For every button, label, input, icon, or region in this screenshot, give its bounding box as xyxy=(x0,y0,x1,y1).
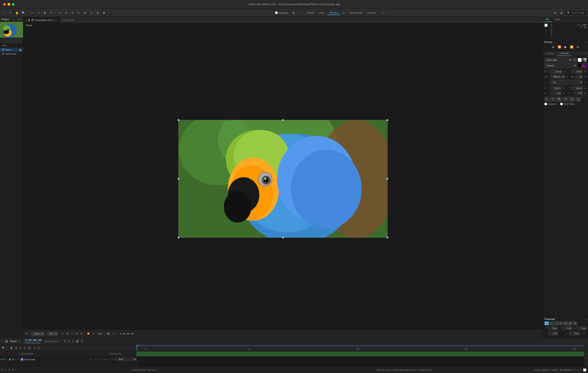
font-size-decrement[interactable]: ▼ xyxy=(563,70,566,73)
font-style-dropdown[interactable]: Regular xyxy=(545,63,577,68)
tl-btn6[interactable]: ↺ xyxy=(32,346,36,350)
tracking-value-input[interactable] xyxy=(575,75,583,78)
align-center-btn[interactable]: ≡ xyxy=(549,321,554,325)
handle-bottom-right[interactable] xyxy=(387,237,388,238)
more-workspaces-btn[interactable]: » xyxy=(381,10,387,16)
layer-lock-btn[interactable]: 🔓 xyxy=(9,358,11,361)
style-caps-btn[interactable]: Tt xyxy=(563,97,568,102)
layer-name[interactable]: Parrot.mp4 xyxy=(24,358,89,361)
kerning-dropdown[interactable]: - px xyxy=(550,80,583,84)
baseline-input[interactable] xyxy=(551,91,562,95)
project-menu-btn[interactable]: ≡ xyxy=(18,18,19,21)
leading-decrement[interactable]: ▼ xyxy=(584,70,587,73)
close-btn[interactable] xyxy=(3,3,6,6)
snapshot-btn[interactable]: 📷 xyxy=(106,332,111,335)
eraser-tool[interactable]: ◻ xyxy=(89,10,94,16)
layer-expand-btn[interactable]: ▶ xyxy=(1,358,3,361)
step-forward-btn[interactable]: ⏩ xyxy=(569,45,574,49)
stamp-tool[interactable]: ⊕ xyxy=(82,10,88,16)
footer-btn2[interactable]: ☉ xyxy=(5,369,7,371)
roto-tool[interactable]: ⊗ xyxy=(95,10,101,16)
render-queue-btn[interactable]: Render Queue xyxy=(43,340,60,343)
hand-tool[interactable]: ✋ xyxy=(14,10,20,16)
font-name-dropdown[interactable]: Nexa Light xyxy=(545,58,572,62)
scale-v-input[interactable] xyxy=(572,86,583,90)
align-right-btn[interactable]: ≡ xyxy=(554,321,558,325)
tab-info[interactable]: Info xyxy=(543,17,552,22)
ls-btn1[interactable]: ✺ xyxy=(89,358,92,361)
go-to-end-btn[interactable]: ⏭ xyxy=(576,45,580,49)
video-clip[interactable] xyxy=(137,352,588,356)
maximize-panel-btn[interactable]: ⊟ xyxy=(559,10,564,16)
style-regular-btn[interactable]: T xyxy=(545,97,549,102)
tracking-dropdown[interactable]: Metrics xyxy=(551,75,565,79)
tl-btn4[interactable]: ⊞ xyxy=(23,346,26,350)
expand-right-btn[interactable]: » xyxy=(584,51,588,56)
tab-character[interactable]: Character xyxy=(557,51,572,56)
timeline-timecode[interactable]: 0:00:00:00 xyxy=(25,339,42,342)
toggle-switches-btn[interactable]: Toggle Switches / Modes xyxy=(534,369,558,371)
project-collapse-btn[interactable]: » xyxy=(20,18,21,21)
project-search-bar[interactable] xyxy=(0,38,23,44)
maximize-btn[interactable] xyxy=(12,3,15,6)
search-layers-btn[interactable]: 🔍 xyxy=(1,346,6,350)
time-graph-btn[interactable]: 📈 xyxy=(583,368,587,372)
transparency-btn[interactable]: ⬚ xyxy=(70,332,74,335)
footer-btn1[interactable]: ⊕ xyxy=(1,369,3,371)
indent-left-input[interactable] xyxy=(548,327,557,330)
quality-select[interactable]: Full xyxy=(47,332,58,336)
ligatures-checkbox[interactable] xyxy=(545,103,547,105)
pen-tool[interactable]: ✒ xyxy=(63,10,69,16)
color-swatch[interactable] xyxy=(545,24,548,27)
scale-h-decrement[interactable]: ▼ xyxy=(562,87,565,90)
time-zoom-slider[interactable] xyxy=(563,369,582,371)
show-snapshot-btn[interactable]: ↩ xyxy=(112,332,115,335)
text-tool[interactable]: T xyxy=(70,10,75,16)
para-extra-btn1[interactable]: ↔ xyxy=(580,332,582,335)
region-of-interest-btn[interactable]: ⊠ xyxy=(66,332,69,335)
handle-bottom-left[interactable] xyxy=(178,237,179,238)
tracking-value-decrement[interactable]: ▼ xyxy=(584,75,587,78)
snap-grid-btn[interactable]: ⊞ xyxy=(291,10,296,16)
brush-tool[interactable]: ✏ xyxy=(76,10,82,16)
color-correct-btn[interactable]: 🎨 xyxy=(86,332,91,335)
tl-tool2[interactable]: ⊟ xyxy=(68,340,70,343)
fast-preview-btn[interactable]: ⬡ xyxy=(61,332,65,335)
tsukimi-input[interactable] xyxy=(575,91,583,95)
viewer-settings-btn[interactable]: ⚙ xyxy=(25,332,28,335)
play-pause-btn[interactable]: ▶ xyxy=(563,44,568,50)
font-stroke-swatch[interactable] xyxy=(582,58,587,62)
puppet-tool[interactable]: ✤ xyxy=(101,10,107,16)
tab-libraries[interactable]: Libraries xyxy=(543,51,557,56)
add-layer-btn[interactable]: ✚ xyxy=(42,10,47,16)
ls-btn4[interactable]: ⊡ xyxy=(100,358,103,361)
style-bold-btn[interactable]: TT xyxy=(556,97,562,102)
align-justify-center-btn[interactable]: ⊟ xyxy=(563,321,568,325)
snapping-control[interactable]: Snapping xyxy=(275,11,288,14)
leading-input[interactable] xyxy=(572,70,583,73)
rect-tool[interactable]: ▭ xyxy=(57,10,63,16)
handle-top-left[interactable] xyxy=(178,119,179,121)
font-edit-btn[interactable]: ✏ xyxy=(573,58,577,62)
handle-top-right[interactable] xyxy=(387,119,388,121)
scale-h-input[interactable] xyxy=(551,86,562,90)
extract-btn[interactable]: ⊡ xyxy=(552,10,558,16)
layer-solo-btn[interactable]: ☉ xyxy=(6,358,8,361)
track-zoom-out[interactable]: – xyxy=(585,356,587,359)
project-file-parrot-mp4[interactable]: 🎥 Parrot.mp4 xyxy=(0,52,23,56)
home-tool[interactable]: ⌂ xyxy=(1,10,7,16)
tl-tool5[interactable]: ⛓ xyxy=(80,340,84,343)
exposure-btn[interactable]: ☀ xyxy=(92,332,95,335)
handle-top-center[interactable] xyxy=(282,119,284,121)
ls-btn2[interactable]: ⊕ xyxy=(93,358,96,361)
go-to-start-btn[interactable]: ⏮ xyxy=(551,45,555,49)
ls-btn7[interactable]: ⊞ xyxy=(111,358,114,361)
footer-btn4[interactable]: 👁 xyxy=(12,369,14,371)
align-justify-right-btn[interactable]: ⊟ xyxy=(568,321,572,325)
comp-tab[interactable]: ✕ 🔒 🎬 Composition Parrot ▼ xyxy=(23,17,60,23)
layer-shy-btn[interactable]: 👤 xyxy=(12,358,14,361)
layer-visibility-btn[interactable]: 👁 xyxy=(3,358,5,361)
minimize-btn[interactable] xyxy=(8,3,10,6)
zoom-tool[interactable]: 🔍 xyxy=(21,10,26,16)
tracking-decrement[interactable]: ▼ xyxy=(566,75,568,78)
